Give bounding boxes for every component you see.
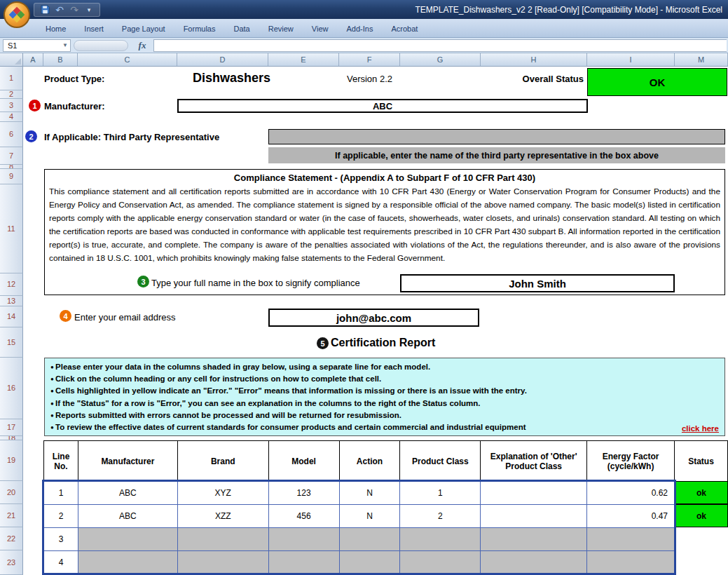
table-cell[interactable] <box>481 551 587 574</box>
status-cell[interactable]: ok <box>675 481 728 504</box>
table-row: 4 <box>44 551 728 574</box>
table-header-cell[interactable]: Status <box>675 441 728 482</box>
row-header-21[interactable]: 21 <box>0 504 23 527</box>
select-all-corner[interactable] <box>0 53 23 66</box>
table-cell[interactable]: N <box>339 505 400 528</box>
formula-input[interactable] <box>153 39 727 52</box>
table-cell[interactable] <box>400 551 481 574</box>
table-cell[interactable] <box>177 551 268 574</box>
qat-customize-button[interactable]: ▾ <box>83 4 95 15</box>
click-here-link[interactable]: click here <box>682 424 719 433</box>
table-cell[interactable]: N <box>339 482 400 505</box>
table-cell[interactable]: 1 <box>400 482 481 505</box>
full-name-input[interactable]: John Smith <box>400 274 675 292</box>
row-header-6[interactable]: 6 <box>0 122 23 147</box>
table-header-cell[interactable]: Brand <box>177 441 268 482</box>
name-box-dropdown-icon[interactable]: ▼ <box>62 42 70 48</box>
table-cell[interactable]: 2 <box>44 505 78 528</box>
table-cell[interactable]: 456 <box>268 505 339 528</box>
tab-formulas[interactable]: Formulas <box>174 20 225 37</box>
table-cell[interactable]: 0.47 <box>587 505 675 528</box>
table-header-cell[interactable]: Explanation of 'Other' Product Class <box>481 441 587 482</box>
row-header-19[interactable]: 19 <box>0 440 23 481</box>
row-header-4[interactable]: 4 <box>0 112 23 122</box>
manufacturer-input[interactable]: ABC <box>177 99 588 113</box>
table-header-cell[interactable]: Model <box>268 441 339 482</box>
table-cell[interactable]: 3 <box>44 528 78 551</box>
row-header-20[interactable]: 20 <box>0 481 23 504</box>
column-header-e[interactable]: E <box>268 53 339 66</box>
table-cell[interactable] <box>339 528 400 551</box>
row-header-9[interactable]: 9 <box>0 169 23 184</box>
table-header-cell[interactable]: Energy Factor (cycle/kWh) <box>587 441 675 482</box>
column-header-i[interactable]: I <box>587 53 675 66</box>
column-header-d[interactable]: D <box>177 53 268 66</box>
table-cell[interactable]: XZZ <box>177 505 268 528</box>
row-header-2[interactable]: 2 <box>0 90 23 99</box>
tab-insert[interactable]: Insert <box>75 20 113 37</box>
table-cell[interactable] <box>177 528 268 551</box>
table-cell[interactable] <box>481 482 587 505</box>
table-cell[interactable] <box>587 528 675 551</box>
table-header-cell[interactable]: Line No. <box>44 441 78 482</box>
table-cell[interactable]: 4 <box>44 551 78 574</box>
name-box[interactable]: S1 ▼ <box>3 39 71 52</box>
tab-page-layout[interactable]: Page Layout <box>113 20 174 37</box>
table-header-cell[interactable]: Product Class <box>400 441 481 482</box>
office-button[interactable] <box>4 1 30 28</box>
table-cell[interactable] <box>400 528 481 551</box>
table-cell[interactable] <box>675 551 728 574</box>
status-cell[interactable]: ok <box>675 504 728 527</box>
tab-data[interactable]: Data <box>224 20 259 37</box>
row-header-13[interactable]: 13 <box>0 296 23 306</box>
table-cell[interactable] <box>675 528 728 551</box>
table-header-cell[interactable]: Action <box>339 441 400 482</box>
table-cell[interactable]: ABC <box>78 482 177 505</box>
row-header-1[interactable]: 1 <box>0 67 23 90</box>
table-cell[interactable] <box>78 528 177 551</box>
tab-acrobat[interactable]: Acrobat <box>382 20 427 37</box>
row-header-11[interactable]: 11 <box>0 184 23 273</box>
redo-button[interactable]: ↷ <box>68 4 81 15</box>
table-header-cell[interactable]: Manufacturer <box>78 441 177 482</box>
table-cell[interactable]: 1 <box>44 482 78 505</box>
row-header-15[interactable]: 15 <box>0 327 23 358</box>
table-cell[interactable]: ABC <box>78 505 177 528</box>
table-cell[interactable] <box>78 551 177 574</box>
table-cell[interactable]: XYZ <box>177 482 268 505</box>
tab-add-ins[interactable]: Add-Ins <box>337 20 382 37</box>
table-cell[interactable] <box>339 551 400 574</box>
row-header-22[interactable]: 22 <box>0 527 23 550</box>
column-header-b[interactable]: B <box>43 53 78 66</box>
column-header-a[interactable]: A <box>23 53 43 66</box>
overall-status-value[interactable]: OK <box>587 68 727 96</box>
table-cell[interactable] <box>481 505 587 528</box>
row-header-14[interactable]: 14 <box>0 306 23 327</box>
table-cell[interactable]: 0.62 <box>587 482 675 505</box>
tab-view[interactable]: View <box>303 20 338 37</box>
table-cell[interactable]: 123 <box>268 482 339 505</box>
third-party-input[interactable] <box>268 129 725 144</box>
email-input[interactable]: john@abc.com <box>268 309 479 327</box>
row-header-16[interactable]: 16 <box>0 358 23 419</box>
table-cell[interactable] <box>268 551 339 574</box>
table-cell[interactable] <box>268 528 339 551</box>
column-header-f[interactable]: F <box>339 53 400 66</box>
tab-review[interactable]: Review <box>259 20 303 37</box>
row-header-17[interactable]: 17 <box>0 419 23 436</box>
table-cell[interactable]: 2 <box>400 505 481 528</box>
table-cell[interactable] <box>587 551 675 574</box>
table-cell[interactable] <box>481 528 587 551</box>
row-header-23[interactable]: 23 <box>0 550 23 575</box>
tab-home[interactable]: Home <box>36 20 75 37</box>
column-header-m[interactable]: M <box>675 53 728 66</box>
row-header-12[interactable]: 12 <box>0 273 23 296</box>
row-header-3[interactable]: 3 <box>0 99 23 112</box>
column-header-g[interactable]: G <box>400 53 481 66</box>
column-header-c[interactable]: C <box>78 53 177 66</box>
insert-function-button[interactable]: fx <box>131 39 153 52</box>
column-header-h[interactable]: H <box>481 53 587 66</box>
save-button[interactable] <box>39 4 51 15</box>
undo-button[interactable]: ↶ <box>53 4 66 15</box>
row-header-7[interactable]: 7 <box>0 147 23 165</box>
